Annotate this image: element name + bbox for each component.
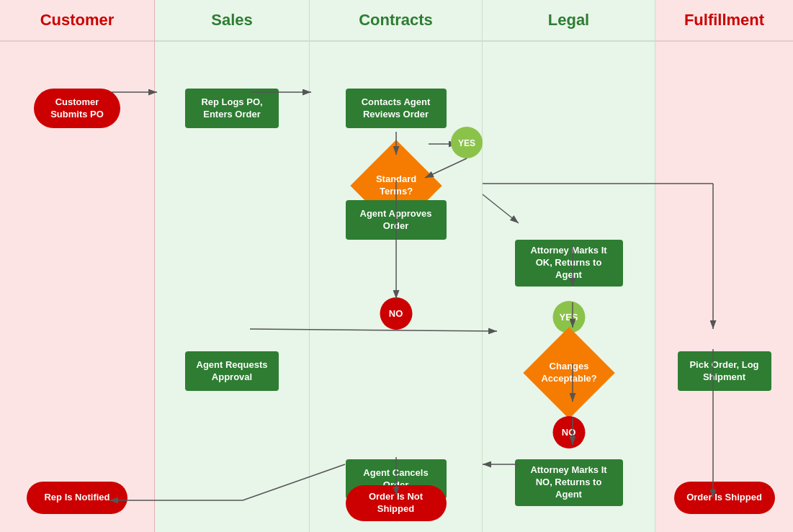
node-no-1: NO [380,297,412,330]
swimlane-fulfillment: Fulfillment Pick Order, Log Shipment Ord… [655,0,793,532]
node-changes-acceptable: Changes Acceptable? [523,327,614,418]
swimlane-legal-body: Attorney Marks It OK, Returns to Agent Y… [483,42,655,532]
node-attorney-no: Attorney Marks It NO, Returns to Agent [515,459,623,506]
node-rep-logs-po: Rep Logs PO, Enters Order [185,89,279,128]
swimlane-customer-header: Customer [0,0,154,42]
swimlane-sales: Sales Rep Logs PO, Enters Order Agent Re… [155,0,310,532]
swimlane-contracts-body: Contacts Agent Reviews Order Standard Te… [310,42,482,532]
node-customer-submits-po: Customer Submits PO [34,89,120,128]
swimlane-contracts-header: Contracts [310,0,482,42]
swimlane-customer: Customer Customer Submits PO Rep Is Noti… [0,0,155,532]
node-agent-approves: Agent Approves Order [346,200,447,240]
swimlane-customer-body: Customer Submits PO Rep Is Notified [0,42,154,532]
node-rep-notified: Rep Is Notified [27,482,127,514]
node-attorney-ok: Attorney Marks It OK, Returns to Agent [515,240,623,287]
swimlane-legal-header: Legal [483,0,655,42]
swimlane-sales-body: Rep Logs PO, Enters Order Agent Requests… [155,42,309,532]
node-pick-order: Pick Order, Log Shipment [678,351,771,391]
node-no-2: NO [552,416,585,448]
swimlane-legal: Legal Attorney Marks It OK, Returns to A… [483,0,655,532]
node-contacts-agent: Contacts Agent Reviews Order [346,89,447,128]
swimlane-fulfillment-header: Fulfillment [655,0,793,42]
flowchart-container: Customer Customer Submits PO Rep Is Noti… [0,0,793,532]
node-order-not-shipped: Order Is Not Shipped [346,485,447,521]
swimlane-fulfillment-body: Pick Order, Log Shipment Order Is Shippe… [655,42,793,532]
node-order-shipped: Order Is Shipped [674,482,775,514]
swimlane-contracts: Contracts Contacts Agent Reviews Order S… [310,0,483,532]
swimlane-sales-header: Sales [155,0,309,42]
node-agent-requests: Agent Requests Approval [185,351,279,391]
